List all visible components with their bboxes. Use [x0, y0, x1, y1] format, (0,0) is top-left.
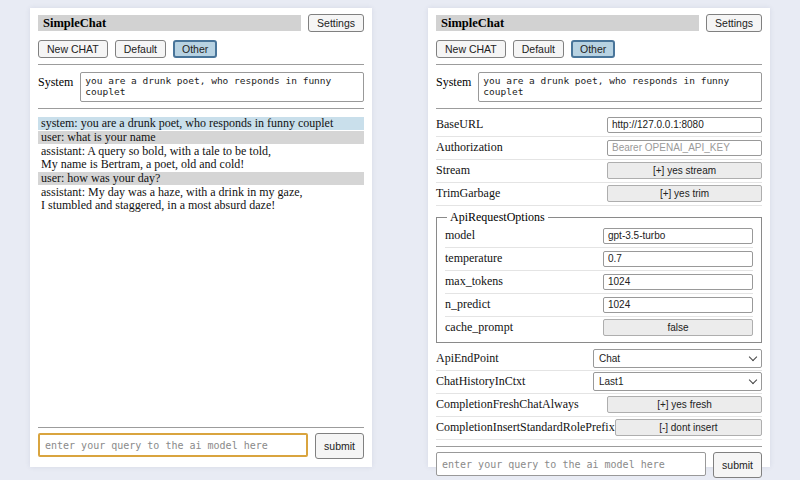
setting-row-temperature: temperature: [445, 248, 753, 271]
chat-history-select[interactable]: Last1: [593, 372, 762, 391]
chat-message-assistant: assistant: My day was a haze, with a dri…: [38, 186, 364, 212]
setting-row-n-predict: n_predict: [445, 294, 753, 317]
divider: [436, 108, 762, 109]
setting-row-cache-prompt: cache_prompt false: [445, 317, 753, 339]
chat-message-user: user: how was your day?: [38, 172, 364, 185]
new-chat-button[interactable]: New CHAT: [436, 40, 506, 58]
setting-row-completion-insert: CompletionInsertStandardRolePrefix [-] d…: [436, 417, 762, 440]
stream-label: Stream: [436, 163, 470, 178]
session-buttons-row: New CHAT Default Other: [38, 40, 364, 58]
query-input[interactable]: [436, 452, 706, 476]
title-row: SimpleChat Settings: [436, 14, 762, 32]
temperature-input[interactable]: [603, 251, 753, 267]
submit-button[interactable]: submit: [315, 433, 364, 459]
api-endpoint-select[interactable]: Chat: [593, 349, 762, 368]
system-label: System: [436, 72, 471, 90]
app-title: SimpleChat: [38, 15, 301, 31]
cache-prompt-label: cache_prompt: [445, 320, 513, 335]
n-predict-input[interactable]: [603, 297, 753, 313]
app-title: SimpleChat: [436, 15, 699, 31]
setting-row-max-tokens: max_tokens: [445, 271, 753, 294]
setting-row-trimgarbage: TrimGarbage [+] yes trim: [436, 183, 762, 206]
divider: [38, 108, 364, 109]
chat-message-assistant: assistant: A query so bold, with a tale …: [38, 145, 364, 171]
new-chat-button[interactable]: New CHAT: [38, 40, 108, 58]
trimgarbage-label: TrimGarbage: [436, 186, 500, 201]
query-input[interactable]: [38, 433, 308, 457]
system-label: System: [38, 72, 73, 90]
chevron-down-icon: [749, 353, 757, 361]
cache-prompt-toggle-button[interactable]: false: [603, 319, 753, 336]
temperature-label: temperature: [445, 251, 502, 266]
setting-row-stream: Stream [+] yes stream: [436, 160, 762, 183]
max-tokens-input[interactable]: [603, 274, 753, 290]
settings-button[interactable]: Settings: [706, 14, 762, 32]
model-input[interactable]: [603, 228, 753, 244]
divider: [436, 64, 762, 65]
chevron-down-icon: [749, 376, 757, 384]
stream-toggle-button[interactable]: [+] yes stream: [607, 162, 762, 179]
system-prompt-textarea[interactable]: you are a drunk poet, who responds in fu…: [80, 72, 364, 102]
max-tokens-label: max_tokens: [445, 274, 503, 289]
setting-row-authorization: Authorization: [436, 137, 762, 160]
chat-history-label: ChatHistoryInCtxt: [436, 374, 525, 389]
session-button-default[interactable]: Default: [513, 40, 564, 58]
chat-message-user: user: what is your name: [38, 131, 364, 144]
authorization-label: Authorization: [436, 140, 503, 155]
n-predict-label: n_predict: [445, 297, 490, 312]
model-label: model: [445, 228, 475, 243]
baseurl-input[interactable]: [607, 117, 762, 133]
setting-row-model: model: [445, 225, 753, 248]
session-buttons-row: New CHAT Default Other: [436, 40, 762, 58]
divider: [436, 446, 762, 447]
chat-message-system: system: you are a drunk poet, who respon…: [38, 117, 364, 130]
setting-row-baseurl: BaseURL: [436, 114, 762, 137]
trimgarbage-toggle-button[interactable]: [+] yes trim: [607, 185, 762, 202]
system-prompt-row: System you are a drunk poet, who respond…: [436, 72, 762, 102]
baseurl-label: BaseURL: [436, 117, 483, 132]
completion-insert-label: CompletionInsertStandardRolePrefix: [436, 420, 615, 435]
query-row: submit: [436, 452, 762, 478]
system-prompt-textarea[interactable]: you are a drunk poet, who responds in fu…: [478, 72, 762, 102]
setting-row-api-endpoint: ApiEndPoint Chat: [436, 348, 762, 371]
session-button-default[interactable]: Default: [115, 40, 166, 58]
session-button-other[interactable]: Other: [571, 40, 615, 58]
query-row: submit: [38, 433, 364, 459]
divider: [38, 64, 364, 65]
chat-panel: SimpleChat Settings New CHAT Default Oth…: [30, 8, 372, 467]
authorization-input[interactable]: [607, 140, 762, 156]
submit-button[interactable]: submit: [713, 452, 762, 478]
setting-row-chat-history: ChatHistoryInCtxt Last1: [436, 371, 762, 394]
chat-history-selected-value: Last1: [599, 376, 623, 387]
divider: [38, 427, 364, 428]
chat-message-list: system: you are a drunk poet, who respon…: [38, 117, 364, 213]
system-prompt-row: System you are a drunk poet, who respond…: [38, 72, 364, 102]
setting-row-completion-fresh: CompletionFreshChatAlways [+] yes fresh: [436, 394, 762, 417]
session-button-other[interactable]: Other: [173, 40, 217, 58]
settings-panel: SimpleChat Settings New CHAT Default Oth…: [428, 8, 770, 467]
api-request-options-fieldset: ApiRequestOptions model temperature max_…: [436, 210, 762, 343]
completion-insert-toggle-button[interactable]: [-] dont insert: [615, 419, 762, 436]
api-request-options-legend: ApiRequestOptions: [447, 210, 548, 225]
api-endpoint-label: ApiEndPoint: [436, 351, 499, 366]
completion-fresh-toggle-button[interactable]: [+] yes fresh: [607, 396, 762, 413]
api-endpoint-selected-value: Chat: [599, 353, 620, 364]
settings-button[interactable]: Settings: [308, 14, 364, 32]
completion-fresh-label: CompletionFreshChatAlways: [436, 397, 579, 412]
title-row: SimpleChat Settings: [38, 14, 364, 32]
spacer: [38, 213, 364, 421]
